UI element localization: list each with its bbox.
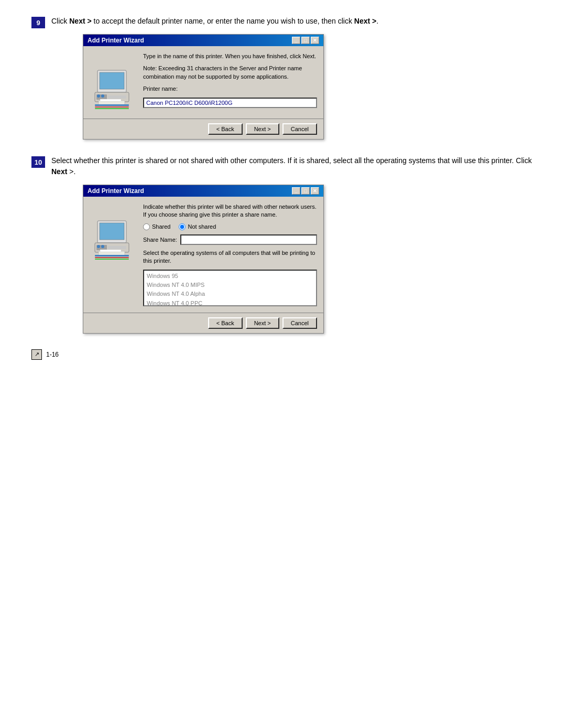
- minimize-button-10[interactable]: _: [292, 187, 300, 195]
- step-9-description: Click Next > to accept the default print…: [51, 16, 535, 27]
- printer-name-input-9[interactable]: [143, 98, 317, 108]
- step-9-dialog-title: Add Printer Wizard: [88, 37, 144, 44]
- not-shared-option[interactable]: Not shared: [179, 223, 216, 230]
- os-item-1[interactable]: Windows NT 4.0 MIPS: [145, 281, 315, 290]
- svg-point-20: [101, 245, 104, 248]
- printer-name-label-9: Printer name:: [143, 85, 317, 93]
- step-10-radio-group: Shared Not shared: [143, 223, 317, 230]
- os-item-0[interactable]: Windows 95: [145, 272, 315, 281]
- step-9-cancel-button[interactable]: Cancel: [282, 123, 317, 135]
- page-content: 9 Click Next > to accept the default pri…: [31, 16, 535, 360]
- svg-rect-4: [108, 95, 126, 99]
- step-10-next-button[interactable]: Next >: [246, 317, 279, 329]
- shared-option[interactable]: Shared: [143, 223, 170, 230]
- step-9-desc-part3: .: [376, 17, 378, 25]
- step-9-dialog-body: Type in the name of this printer. When y…: [83, 46, 323, 119]
- step-10-printer-icon-area: [90, 203, 137, 306]
- step-9-back-button[interactable]: < Back: [208, 123, 243, 135]
- share-name-input[interactable]: [180, 234, 317, 245]
- step-10-text: Select whether this printer is shared or…: [51, 155, 535, 334]
- printer-icon-9: [92, 55, 134, 112]
- step-10-dialog: Add Printer Wizard _ □ ✕: [83, 185, 324, 334]
- step-10-dialog-body: Indicate whether this printer will be sh…: [83, 197, 323, 313]
- step-9-dialog: Add Printer Wizard _ □ ✕: [83, 34, 324, 140]
- maximize-button-9[interactable]: □: [301, 37, 310, 44]
- step-9-footer: < Back Next > Cancel: [83, 119, 323, 139]
- os-listbox[interactable]: Windows 95 Windows NT 4.0 MIPS Windows N…: [143, 270, 317, 306]
- step-9-next-bold2: Next >: [354, 17, 376, 25]
- svg-rect-18: [100, 250, 121, 252]
- step-9-printer-icon-area: [90, 52, 137, 112]
- svg-point-7: [97, 94, 100, 98]
- not-shared-label: Not shared: [188, 223, 216, 230]
- page-number: 1-16: [46, 351, 59, 358]
- step-10-number: 10: [31, 156, 45, 168]
- step-10-block: 10 Select whether this printer is shared…: [31, 155, 535, 334]
- step-9-dialog-content: Type in the name of this printer. When y…: [143, 52, 317, 112]
- step-10-dialog-content: Indicate whether this printer will be sh…: [143, 203, 317, 306]
- svg-rect-10: [95, 106, 129, 108]
- printer-icon-10: [92, 205, 134, 263]
- svg-rect-9: [95, 104, 129, 106]
- shared-radio[interactable]: [143, 223, 150, 230]
- step-9-text: Click Next > to accept the default print…: [51, 16, 535, 140]
- step-10-body-text1: Indicate whether this printer will be sh…: [143, 203, 317, 219]
- step-10-footer: < Back Next > Cancel: [83, 313, 323, 333]
- svg-point-19: [97, 245, 100, 248]
- step-9-body-note: Note: Exceeding 31 characters in the Ser…: [143, 65, 317, 81]
- step-9-next-bold1: Next >: [69, 17, 91, 25]
- os-item-3[interactable]: Windows NT 4.0 PPC: [145, 299, 315, 306]
- shared-label: Shared: [152, 223, 170, 230]
- svg-rect-6: [100, 99, 121, 101]
- step-10-dialog-title: Add Printer Wizard: [88, 187, 144, 195]
- step-9-block: 9 Click Next > to accept the default pri…: [31, 16, 535, 140]
- svg-rect-21: [95, 255, 129, 256]
- svg-rect-1: [100, 72, 124, 89]
- close-button-10[interactable]: ✕: [311, 187, 319, 195]
- step-10-description: Select whether this printer is shared or…: [51, 155, 535, 177]
- not-shared-radio[interactable]: [179, 223, 186, 230]
- svg-rect-11: [95, 108, 129, 109]
- step-9-desc-part1: Click: [51, 17, 69, 25]
- step-9-desc-part2: to accept the default printer name, or e…: [92, 17, 354, 25]
- arrow-icon: ↗: [31, 349, 42, 360]
- minimize-button-9[interactable]: _: [292, 37, 300, 44]
- share-name-row: Share Name:: [143, 234, 317, 245]
- page-footer: ↗ 1-16: [31, 349, 535, 360]
- svg-rect-22: [95, 257, 129, 258]
- titlebar-buttons-9: _ □ ✕: [292, 37, 319, 44]
- step-9-next-button[interactable]: Next >: [246, 123, 279, 135]
- os-item-2[interactable]: Windows NT 4.0 Alpha: [145, 290, 315, 298]
- step-9-dialog-titlebar: Add Printer Wizard _ □ ✕: [83, 35, 323, 46]
- svg-point-8: [101, 94, 104, 98]
- maximize-button-10[interactable]: □: [301, 187, 310, 195]
- step-10-os-list-label: Select the operating systems of all comp…: [143, 249, 317, 265]
- step-10-cancel-button[interactable]: Cancel: [282, 317, 317, 329]
- step-10-desc-part2: >.: [67, 167, 75, 176]
- svg-rect-13: [100, 223, 124, 240]
- step-9-number: 9: [31, 17, 45, 28]
- step-10-back-button[interactable]: < Back: [208, 317, 243, 329]
- svg-rect-16: [108, 246, 126, 249]
- share-name-label: Share Name:: [143, 237, 177, 243]
- titlebar-buttons-10: _ □ ✕: [292, 187, 319, 195]
- step-10-desc-part1: Select whether this printer is shared or…: [51, 156, 532, 165]
- svg-rect-23: [95, 259, 129, 260]
- step-10-next-bold: Next: [51, 167, 67, 176]
- step-9-body-text1: Type in the name of this printer. When y…: [143, 52, 317, 60]
- close-button-9[interactable]: ✕: [311, 37, 319, 44]
- step-10-dialog-titlebar: Add Printer Wizard _ □ ✕: [83, 185, 323, 197]
